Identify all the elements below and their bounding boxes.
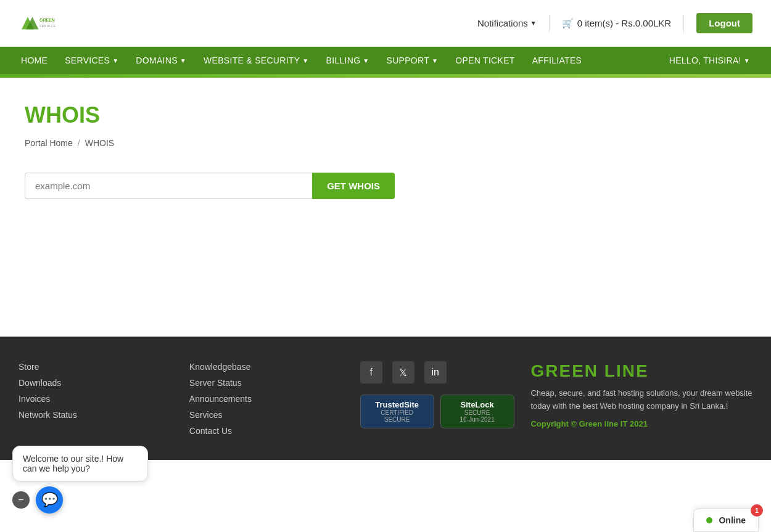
footer-link-network-status[interactable]: Network Status — [19, 410, 77, 420]
footer-copyright: Copyright © Green line IT 2021 — [530, 419, 752, 428]
footer-link-store[interactable]: Store — [19, 362, 39, 372]
notifications-label: Notifications — [477, 18, 528, 28]
footer-link-knowledgebase[interactable]: Knowledgebase — [189, 362, 251, 372]
trusted-site-title: TrustedSite — [368, 400, 426, 409]
footer-link-server-status[interactable]: Server Status — [189, 378, 242, 388]
trust-badges: TrustedSite CERTIFIED SECURE SiteLock SE… — [360, 395, 519, 428]
list-item: Server Status — [189, 377, 348, 388]
divider-2 — [683, 14, 684, 33]
nav-open-ticket[interactable]: OPEN TICKET — [447, 47, 523, 74]
chat-bubble: Welcome to our site.! How can we help yo… — [12, 446, 148, 460]
list-item: Contact Us — [189, 425, 348, 436]
trusted-site-badge: TrustedSite CERTIFIED SECURE — [360, 395, 434, 428]
logo-icon: GREEN LINE SERVICE GROUP — [19, 6, 56, 40]
list-item: Knowledgebase — [189, 361, 348, 372]
breadcrumb-home-link[interactable]: Portal Home — [25, 138, 73, 148]
notifications-caret-icon: ▼ — [530, 20, 537, 27]
footer-description: Cheap, secure, and fast hosting solution… — [530, 387, 752, 413]
footer-logo-text: GREEN LINE — [530, 361, 752, 381]
domains-caret-icon: ▼ — [180, 57, 186, 64]
logo-area: GREEN LINE SERVICE GROUP — [19, 6, 60, 40]
notifications-button[interactable]: Notifications ▼ — [477, 18, 537, 28]
chat-bubble-text: Welcome to our site.! How can we help yo… — [23, 454, 123, 460]
navbar-right: HELLO, THISIRA! ▼ — [661, 47, 759, 74]
billing-caret-icon: ▼ — [363, 57, 369, 64]
services-caret-icon: ▼ — [112, 57, 118, 64]
footer-link-contact-us[interactable]: Contact Us — [189, 426, 232, 436]
website-caret-icon: ▼ — [302, 57, 308, 64]
sitelock-sub: SECURE — [448, 409, 506, 416]
footer-link-invoices[interactable]: Invoices — [19, 394, 50, 404]
list-item: Store — [19, 361, 177, 372]
linkedin-icon[interactable]: in — [424, 361, 447, 383]
footer-link-services[interactable]: Services — [189, 410, 223, 420]
nav-website-security[interactable]: WEBSITE & SECURITY ▼ — [195, 47, 318, 74]
list-item: Network Status — [19, 409, 177, 420]
svg-text:SERVICE GROUP: SERVICE GROUP — [39, 25, 56, 28]
breadcrumb-separator: / — [78, 138, 80, 148]
social-icons: f 𝕏 in — [360, 361, 519, 383]
sitelock-title: SiteLock — [448, 400, 506, 409]
cart-button[interactable]: 🛒 0 item(s) - Rs.0.00LKR — [562, 18, 672, 29]
footer-link-announcements[interactable]: Announcements — [189, 394, 252, 404]
footer-col-support: Knowledgebase Server Status Announcement… — [189, 361, 348, 441]
footer-account-links: Store Downloads Invoices Network Status — [19, 361, 177, 420]
get-whois-button[interactable]: GET WHOIS — [312, 173, 395, 199]
footer: Store Downloads Invoices Network Status … — [0, 337, 771, 460]
cart-label: 0 item(s) - Rs.0.00LKR — [577, 18, 672, 28]
breadcrumb: Portal Home / WHOIS — [25, 138, 746, 148]
page-title: WHOIS — [25, 102, 746, 128]
whois-input[interactable] — [25, 173, 312, 199]
main-content: WHOIS Portal Home / WHOIS GET WHOIS — [0, 78, 771, 337]
whois-form: GET WHOIS — [25, 173, 395, 199]
trusted-site-sub: CERTIFIED SECURE — [368, 409, 426, 423]
nav-home[interactable]: HOME — [12, 47, 56, 74]
nav-support[interactable]: SUPPORT ▼ — [378, 47, 447, 74]
user-caret-icon: ▼ — [744, 57, 750, 64]
footer-grid: Store Downloads Invoices Network Status … — [19, 361, 752, 460]
cart-icon: 🛒 — [562, 18, 574, 29]
navbar: HOME SERVICES ▼ DOMAINS ▼ WEBSITE & SECU… — [0, 47, 771, 74]
nav-user[interactable]: HELLO, THISIRA! ▼ — [661, 47, 759, 74]
breadcrumb-current: WHOIS — [85, 138, 114, 148]
sitelock-date: 16-Jun-2021 — [448, 416, 506, 423]
nav-domains[interactable]: DOMAINS ▼ — [127, 47, 195, 74]
footer-link-downloads[interactable]: Downloads — [19, 378, 61, 388]
nav-billing[interactable]: BILLING ▼ — [318, 47, 378, 74]
sitelock-badge: SiteLock SECURE 16-Jun-2021 — [440, 395, 514, 428]
list-item: Downloads — [19, 377, 177, 388]
footer-col-social: f 𝕏 in TrustedSite CERTIFIED SECURE Site… — [360, 361, 519, 441]
nav-services[interactable]: SERVICES ▼ — [56, 47, 127, 74]
copyright-text: Copyright © Green line IT 2021 — [530, 419, 647, 428]
footer-col-account: Store Downloads Invoices Network Status — [19, 361, 177, 441]
footer-col-brand: GREEN LINE Cheap, secure, and fast hosti… — [530, 361, 752, 441]
list-item: Services — [189, 409, 348, 420]
nav-user-label: HELLO, THISIRA! — [669, 55, 741, 65]
facebook-icon[interactable]: f — [360, 361, 382, 383]
twitter-icon[interactable]: 𝕏 — [392, 361, 414, 383]
header: GREEN LINE SERVICE GROUP Notifications ▼… — [0, 0, 771, 47]
header-right: Notifications ▼ 🛒 0 item(s) - Rs.0.00LKR… — [477, 13, 752, 33]
svg-text:GREEN LINE: GREEN LINE — [39, 18, 56, 22]
list-item: Invoices — [19, 393, 177, 404]
support-caret-icon: ▼ — [432, 57, 438, 64]
logout-button[interactable]: Logout — [696, 13, 752, 33]
chat-widget: Welcome to our site.! How can we help yo… — [12, 446, 148, 460]
nav-affiliates[interactable]: AFFILIATES — [524, 47, 591, 74]
list-item: Announcements — [189, 393, 348, 404]
divider — [549, 14, 550, 33]
footer-support-links: Knowledgebase Server Status Announcement… — [189, 361, 348, 436]
